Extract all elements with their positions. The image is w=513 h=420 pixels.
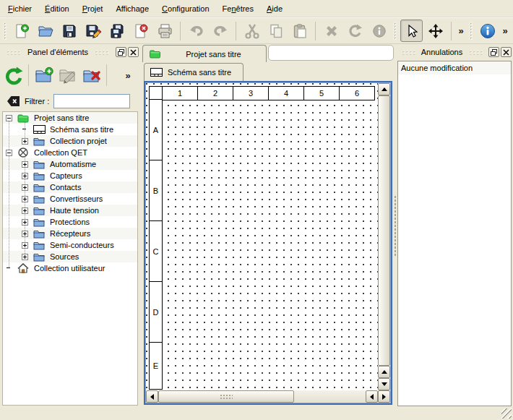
dock-drag-handle[interactable] [6,50,22,55]
dock-drag-handle[interactable] [94,50,110,55]
dock-float-button[interactable] [116,47,126,57]
overflow-chevron-icon[interactable] [456,22,466,40]
object-info-button[interactable] [368,20,390,42]
vertical-scroll-thumb[interactable] [378,95,390,366]
scroll-down-button[interactable] [378,378,390,390]
print-button[interactable] [153,20,176,42]
collapse-expander[interactable] [6,115,12,121]
dock-drag-handle[interactable] [401,50,415,55]
overflow-chevron-icon[interactable] [500,22,510,40]
tab-schema-sans-titre[interactable]: Schéma sans titre [144,63,243,81]
horizontal-scroll-thumb[interactable] [158,390,294,403]
tree-item-collection-qet[interactable]: Collection QET [3,147,137,158]
menu-configuration[interactable]: Configuration [155,1,215,16]
folder-icon [33,240,46,250]
delete-button[interactable] [320,20,342,42]
expand-expander[interactable] [22,242,28,249]
tree-item-semi-conducteurs[interactable]: Semi-conducteurs [3,239,137,251]
tree-item-schema-sans-titre[interactable]: Schéma sans titre [3,124,137,135]
tree-item-collection-utilisateur[interactable]: Collection utilisateur [3,262,137,274]
vertical-scrollbar[interactable] [378,83,390,390]
collapse-expander[interactable] [6,150,12,156]
undo-button[interactable] [185,20,207,42]
toolbar-drag-handle[interactable] [393,22,397,40]
menu-affichage[interactable]: Affichage [109,1,155,16]
resize-grip[interactable] [501,408,512,419]
expand-expander[interactable] [22,184,28,191]
delete-category-button[interactable] [79,63,103,87]
dock-drag-handle[interactable] [468,50,483,55]
tree-item-haute-tension[interactable]: Haute tension [3,205,137,216]
overflow-chevron-icon[interactable] [123,66,133,85]
dock-float-button[interactable] [488,47,499,57]
folder-icon [33,182,46,192]
column-label: 5 [303,86,340,100]
tree-item-automatisme[interactable]: Automatisme [3,158,137,170]
elements-panel-titlebar[interactable]: Panel d'éléments [1,45,139,59]
qet-icon [17,147,30,158]
horizontal-scrollbar[interactable] [146,390,390,403]
copy-button[interactable] [264,20,287,42]
save-as-button[interactable] [82,20,104,42]
tree-item-protections[interactable]: Protections [3,216,137,228]
redo-button[interactable] [209,20,231,42]
cut-button[interactable] [241,20,263,42]
redo-icon [212,23,228,39]
tree-item-capteurs[interactable]: Capteurs [3,170,137,181]
tree-item-sources[interactable]: Sources [3,251,137,262]
open-project-button[interactable] [34,20,56,42]
clear-filter-icon[interactable] [7,95,20,107]
expand-expander[interactable] [22,231,28,237]
undo-panel-titlebar[interactable]: Annulations [397,45,512,59]
save-button[interactable] [58,20,80,42]
folder-icon [33,159,46,169]
scroll-left-button[interactable] [366,390,378,403]
schema-canvas[interactable]: 1 2 3 4 5 6 A B C D E [146,83,378,392]
expand-expander[interactable] [22,254,28,260]
menu-aide[interactable]: Aide [260,1,289,16]
scroll-right-button[interactable] [378,390,390,403]
tree-item-contacts[interactable]: Contacts [3,181,137,193]
schema-view[interactable]: 1 2 3 4 5 6 A B C D E [144,81,392,405]
menu-projet[interactable]: Projet [76,1,110,16]
new-category-button[interactable] [32,63,56,87]
toolbar-drag-handle[interactable] [3,22,7,40]
close-document-button[interactable] [129,20,152,42]
reload-collections-button[interactable] [1,63,25,87]
expand-expander[interactable] [22,173,28,179]
expand-expander[interactable] [22,196,28,202]
select-mode-button[interactable] [400,20,423,42]
expand-expander[interactable] [22,138,28,145]
toolbar-drag-handle[interactable] [469,22,473,40]
toolbar-separator [180,22,181,40]
filter-input[interactable] [53,94,130,108]
expand-expander[interactable] [22,207,28,214]
dock-close-button[interactable] [501,47,512,57]
scroll-up-button[interactable] [378,366,390,378]
row-label: B [149,160,163,221]
menu-edition[interactable]: Édition [38,1,76,16]
menu-fichier[interactable]: Fichier [1,1,38,16]
elements-tree: Projet sans titre Schéma sans titre Coll… [2,111,138,406]
scroll-left-button[interactable] [146,390,158,403]
tab-projet-sans-titre[interactable]: Projet sans titre [142,45,267,62]
expand-expander[interactable] [22,219,28,226]
new-document-button[interactable] [10,20,33,42]
dock-close-button[interactable] [128,47,139,57]
tree-item-recepteurs[interactable]: Récepteurs [3,228,137,239]
menu-fenetres[interactable]: Fenêtres [216,1,260,16]
scroll-track[interactable] [294,390,366,403]
edit-category-button[interactable] [56,63,79,87]
expand-expander[interactable] [22,161,28,168]
rotate-button[interactable] [344,20,366,42]
tree-item-collection-projet[interactable]: Collection projet [3,135,137,147]
splitter-handle[interactable] [394,195,397,257]
undo-list-item[interactable]: Aucune modification [398,61,511,74]
tree-item-convertisseurs[interactable]: Convertisseurs [3,193,137,205]
save-all-button[interactable] [105,20,128,42]
tree-item-projet-sans-titre[interactable]: Projet sans titre [3,112,137,124]
scroll-up-button[interactable] [378,83,390,95]
move-mode-button[interactable] [424,20,447,42]
paste-button[interactable] [288,20,311,42]
about-info-button[interactable] [476,20,499,42]
